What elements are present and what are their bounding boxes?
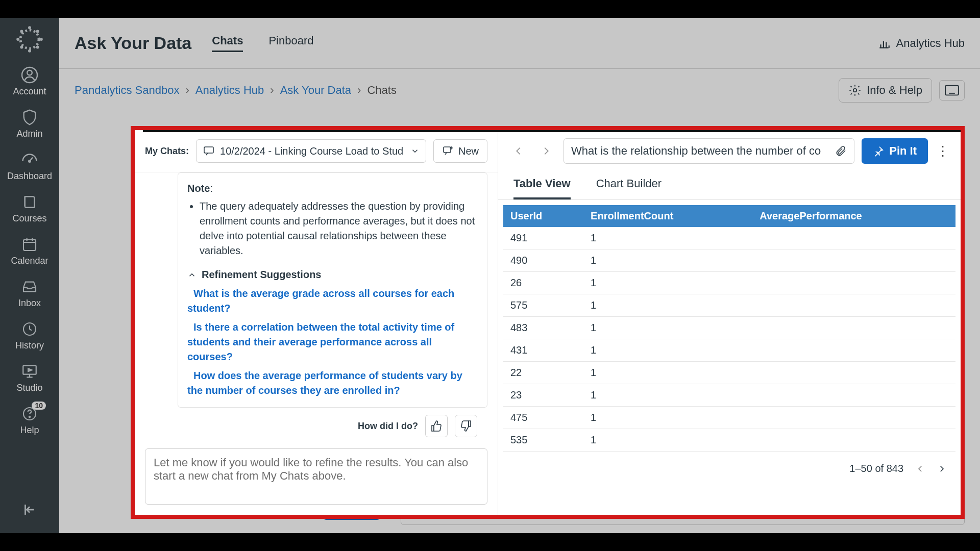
cell-averageperformance — [752, 339, 955, 362]
nav-account[interactable]: Account — [0, 63, 59, 100]
crumb-sandbox[interactable]: Pandalytics Sandbox — [75, 84, 179, 97]
nav-history[interactable]: History — [0, 317, 59, 354]
nav-calendar[interactable]: Calendar — [0, 232, 59, 269]
info-help-button[interactable]: Info & Help — [839, 78, 932, 103]
feedback-label: How did I do? — [358, 421, 418, 432]
help-badge: 10 — [32, 402, 46, 410]
results-table: UserId EnrollmentCount AveragePerformanc… — [503, 205, 955, 452]
table-row[interactable]: 231 — [503, 384, 955, 407]
svg-point-8 — [36, 46, 39, 49]
thumbs-up-button[interactable] — [425, 415, 448, 437]
cell-userid: 22 — [503, 362, 583, 384]
mychats-label: My Chats: — [145, 146, 189, 157]
history-prev-button[interactable] — [508, 141, 529, 161]
history-next-button[interactable] — [536, 141, 556, 161]
tab-chats[interactable]: Chats — [212, 34, 243, 52]
new-chat-label: New — [458, 145, 479, 157]
cell-userid: 535 — [503, 429, 583, 452]
keyboard-button[interactable] — [939, 80, 965, 101]
pin-icon — [873, 145, 884, 157]
view-tabs: Table View Chart Builder — [498, 172, 961, 200]
thumbs-up-icon — [430, 420, 443, 432]
col-enrollment[interactable]: EnrollmentCount — [583, 205, 752, 227]
svg-rect-12 — [23, 240, 36, 251]
table-row[interactable]: 4911 — [503, 227, 955, 249]
chat-selector[interactable]: 10/2/2024 - Linking Course Load to Stud — [196, 139, 426, 163]
table-row[interactable]: 4311 — [503, 339, 955, 362]
crumb-ask[interactable]: Ask Your Data — [280, 84, 351, 97]
chevron-right-icon: › — [270, 84, 274, 97]
nav-label: Courses — [12, 213, 46, 224]
analytics-hub-link[interactable]: Analytics Hub — [877, 37, 965, 50]
mychats-bar: My Chats: 10/2/2024 - Linking Course Loa… — [135, 130, 498, 172]
col-avgperf[interactable]: AveragePerformance — [752, 205, 955, 227]
tab-chart-builder[interactable]: Chart Builder — [596, 177, 662, 199]
table-row[interactable]: 4831 — [503, 317, 955, 339]
page-title: Ask Your Data — [75, 33, 191, 53]
chat-input[interactable]: Let me know if you would like to refine … — [145, 448, 487, 505]
table-row[interactable]: 4751 — [503, 407, 955, 429]
nav-inbox[interactable]: Inbox — [0, 274, 59, 312]
breadcrumb-row: Pandalytics Sandbox › Analytics Hub › As… — [59, 69, 980, 103]
cell-userid: 490 — [503, 249, 583, 272]
results-header: What is the relationship between the num… — [498, 130, 961, 172]
svg-point-7 — [20, 46, 23, 49]
nav-studio[interactable]: Studio — [0, 359, 59, 396]
tab-pinboard[interactable]: Pinboard — [268, 34, 313, 52]
new-chat-icon — [442, 145, 454, 157]
chevron-down-icon — [410, 146, 420, 156]
cell-userid: 23 — [503, 384, 583, 407]
tab-table-view[interactable]: Table View — [513, 177, 571, 199]
refinement-heading-row[interactable]: Refinement Suggestions — [187, 267, 478, 282]
thumbs-down-button[interactable] — [455, 415, 477, 437]
nav-dashboard[interactable]: Dashboard — [0, 147, 59, 185]
pin-it-button[interactable]: Pin It — [862, 138, 928, 164]
table-row[interactable]: 5751 — [503, 294, 955, 317]
nav-label: Help — [20, 425, 39, 436]
nav-help[interactable]: 10 Help — [0, 402, 59, 439]
query-text: What is the relationship between the num… — [571, 144, 828, 158]
svg-point-0 — [20, 30, 39, 48]
refinement-link-3[interactable]: How does the average performance of stud… — [187, 368, 478, 398]
nav-collapse[interactable] — [0, 497, 59, 522]
refinement-link-2[interactable]: Is there a correlation between the total… — [187, 320, 478, 364]
chevron-up-icon — [187, 270, 197, 280]
svg-rect-19 — [204, 147, 213, 153]
new-chat-button[interactable]: New — [433, 139, 487, 163]
clock-icon — [20, 320, 39, 338]
svg-point-11 — [29, 160, 31, 162]
table-row[interactable]: 5351 — [503, 429, 955, 452]
svg-point-2 — [28, 49, 31, 53]
main: Ask Your Data Chats Pinboard Analytics H… — [59, 18, 980, 533]
breadcrumb: Pandalytics Sandbox › Analytics Hub › As… — [75, 84, 397, 97]
feedback-row: How did I do? — [178, 408, 487, 437]
chevron-right-icon: › — [185, 84, 189, 97]
info-help-label: Info & Help — [867, 84, 922, 97]
pager-prev-button[interactable] — [916, 464, 925, 473]
nav-label: History — [15, 340, 44, 351]
cell-averageperformance — [752, 317, 955, 339]
query-input[interactable]: What is the relationship between the num… — [564, 138, 854, 164]
cell-averageperformance — [752, 249, 955, 272]
table-row[interactable]: 261 — [503, 272, 955, 294]
cell-enrollmentcount: 1 — [583, 294, 752, 317]
crumb-hub[interactable]: Analytics Hub — [195, 84, 264, 97]
more-menu-button[interactable]: ⋮ — [935, 138, 950, 164]
svg-point-3 — [16, 38, 19, 41]
cell-userid: 575 — [503, 294, 583, 317]
pager-next-button[interactable] — [937, 464, 946, 473]
nav-label: Calendar — [11, 256, 48, 266]
refinement-link-1[interactable]: What is the average grade across all cou… — [187, 286, 478, 316]
cell-enrollmentcount: 1 — [583, 249, 752, 272]
nav-courses[interactable]: Courses — [0, 190, 59, 227]
svg-point-16 — [29, 416, 30, 417]
collapse-left-icon — [20, 500, 39, 519]
table-row[interactable]: 4901 — [503, 249, 955, 272]
table-row[interactable]: 221 — [503, 362, 955, 384]
paperclip-icon[interactable] — [835, 145, 847, 157]
cell-userid: 491 — [503, 227, 583, 249]
nav-admin[interactable]: Admin — [0, 105, 59, 142]
nav-label: Inbox — [18, 298, 41, 309]
col-userid[interactable]: UserId — [503, 205, 583, 227]
cell-enrollmentcount: 1 — [583, 272, 752, 294]
